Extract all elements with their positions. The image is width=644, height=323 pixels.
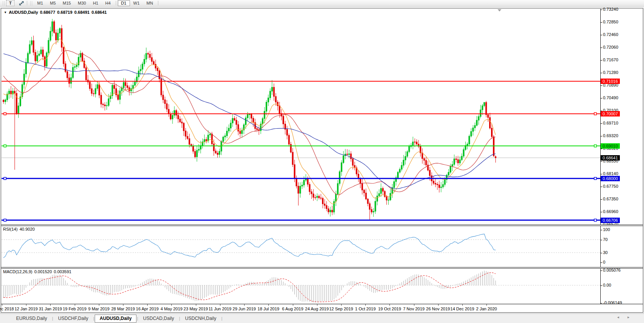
price-axis-label: 0.73240: [603, 7, 618, 12]
date-axis-tick: [50, 304, 51, 306]
date-axis-label: 2 Jan 2020: [473, 307, 500, 311]
tab-divider: |: [52, 316, 53, 321]
date-axis-tick: [293, 304, 293, 306]
tab-usdcad[interactable]: USDCAD,Daily: [138, 315, 179, 322]
date-axis-label: 12 Sep 2019: [328, 307, 355, 311]
macd-signal-value: 0.003591: [54, 269, 71, 274]
price-tag-0.69010[interactable]: 0.69010: [601, 143, 620, 149]
date-axis-label: 6 Aug 2019: [279, 307, 306, 311]
price-axis-label: 0.66960: [603, 209, 618, 214]
tab-scroll-left-icon[interactable]: ◂: [617, 315, 619, 319]
hline-handle[interactable]: [4, 113, 6, 115]
price-tag-0.68000[interactable]: 0.68000: [601, 176, 620, 181]
date-axis-tick: [196, 304, 196, 306]
date-axis-label: 26 Nov 2019: [425, 307, 452, 311]
date-axis-tick: [341, 304, 342, 306]
date-axis-tick: [414, 304, 414, 306]
panel-splitter-rsi[interactable]: [1, 225, 643, 226]
hline-handle[interactable]: [594, 145, 596, 147]
date-axis-tick: [123, 304, 123, 306]
date-axis-tick: [171, 304, 172, 306]
timeframe-mn[interactable]: MN: [143, 0, 156, 6]
timeframe-w1[interactable]: W1: [130, 0, 143, 6]
date-axis-label: 29 Jun 2019: [231, 307, 258, 311]
tab-usdchf[interactable]: USDCHF,Daily: [54, 315, 93, 322]
timeframe-h1[interactable]: H1: [89, 0, 102, 6]
chart-tabs: EURUSD,Daily|USDCHF,Daily|AUDUSD,Daily|U…: [12, 315, 223, 323]
timeframe-m15[interactable]: M15: [59, 0, 74, 6]
price-axis-label: 0.71670: [603, 57, 618, 62]
macd-axis-label: 0.00: [603, 283, 611, 288]
date-axis-label: 12 Jan 2019: [13, 307, 39, 311]
timeframe-m5[interactable]: M5: [46, 0, 59, 6]
date-axis-label: 19 Feb 2019: [61, 307, 88, 311]
ma-fast-line: [3, 39, 496, 204]
rsi-axis-label: 30: [603, 250, 608, 255]
date-axis-tick: [317, 304, 317, 306]
main-chart-canvas[interactable]: [2, 9, 600, 225]
date-axis-tick: [268, 304, 269, 306]
toolbar-grip[interactable]: [30, 1, 32, 5]
date-axis-label: 16 Apr 2019: [134, 307, 161, 311]
timeframe-d1[interactable]: D1: [118, 0, 130, 6]
top-toolbar: T ▼ M1M5M15M30H1H4D1W1MN: [0, 0, 644, 7]
tab-audusd[interactable]: AUDUSD,Daily: [95, 315, 136, 323]
rsi-value: 40.9020: [20, 227, 35, 231]
toolbar-separator: [158, 1, 158, 5]
date-axis-tick: [26, 304, 26, 306]
price-axis-label: 0.72060: [603, 45, 618, 50]
ma-slow-line: [3, 54, 496, 189]
hline-handle[interactable]: [4, 177, 6, 180]
macd-canvas[interactable]: [2, 269, 600, 304]
price-axis-label: 0.70490: [603, 95, 618, 100]
price-axis-label: 0.72460: [603, 32, 618, 37]
timeframe-h4[interactable]: H4: [102, 0, 114, 6]
mt4-terminal: { "toolbar": { "text_tool": "T", "timefr…: [0, 0, 644, 323]
toolbar-grip[interactable]: [3, 1, 5, 5]
hline-handle[interactable]: [4, 219, 6, 221]
date-axis-label: 11 Jun 2019: [207, 307, 233, 311]
tab-divider: |: [93, 316, 94, 321]
hline-handle[interactable]: [4, 145, 6, 147]
timeframe-m1[interactable]: M1: [34, 0, 46, 6]
date-axis-label: 9 Mar 2019: [85, 307, 112, 311]
timeframe-m30[interactable]: M30: [74, 0, 89, 6]
price-axis-label: 0.69320: [603, 133, 618, 138]
price-tag-0.66706[interactable]: 0.66706: [601, 218, 620, 223]
panel-splitter-macd[interactable]: [1, 267, 643, 269]
date-axis-tick: [147, 304, 148, 306]
tab-scroll-right-icon[interactable]: ▸: [628, 315, 629, 319]
hline-handle[interactable]: [594, 177, 596, 180]
chart-shift-marker[interactable]: [498, 9, 501, 11]
date-axis-label: 24 Aug 2019: [304, 307, 330, 311]
ohlc-high: 0.68719: [57, 10, 72, 15]
date-axis-label: 18 Jul 2019: [255, 307, 282, 311]
rsi-axis-label: 70: [603, 237, 608, 242]
toolbar-separator: [27, 1, 27, 5]
price-tag-0.71016[interactable]: 0.71016: [601, 79, 620, 84]
date-axis-label: 28 Mar 2019: [110, 307, 136, 311]
rsi-header: RSI(14) 40.9020: [3, 227, 35, 231]
hline-handle[interactable]: [594, 219, 596, 221]
hline-handle[interactable]: [594, 113, 596, 115]
tab-divider: |: [137, 316, 138, 321]
date-axis-label: 14 Dec 2019: [449, 307, 476, 311]
chart-title: ▼ AUDUSD,Daily 0.68677 0.68719 0.68491 0…: [4, 10, 107, 15]
text-tool-button[interactable]: T: [6, 0, 15, 6]
date-axis-tick: [75, 304, 75, 306]
date-axis-tick: [438, 304, 439, 306]
date-axis-tick: [389, 304, 390, 306]
collapse-triangle-icon[interactable]: ▼: [4, 11, 7, 14]
macd-axis-label: -0.006149: [603, 300, 622, 305]
macd-histogram: [3, 271, 496, 302]
rsi-canvas[interactable]: [2, 226, 600, 267]
tab-divider: |: [179, 316, 180, 321]
rsi-line: [3, 234, 496, 258]
price-axis-label: 0.67750: [603, 184, 618, 189]
arrows-tool-button[interactable]: ▼: [18, 0, 25, 6]
tab-eurusd[interactable]: EURUSD,Daily: [12, 315, 52, 322]
price-tag-0.70007[interactable]: 0.70007: [601, 111, 620, 116]
tab-usdcnh[interactable]: USDCNH,Daily: [181, 315, 221, 322]
date-axis-tick: [365, 304, 366, 306]
current-price-tag: 0.68641: [601, 155, 620, 161]
